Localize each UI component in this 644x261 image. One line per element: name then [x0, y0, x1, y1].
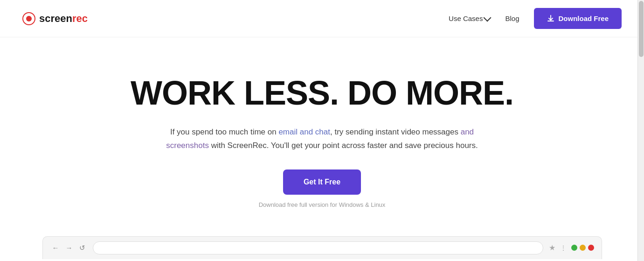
- navbar: screenrec Use Cases Blog Download Free: [0, 0, 644, 37]
- window-maximize-button[interactable]: [571, 245, 577, 251]
- scrollbar[interactable]: [637, 0, 644, 261]
- hero-title: WORK LESS. DO MORE.: [131, 75, 513, 112]
- browser-menu-icon[interactable]: ⋮: [560, 244, 567, 252]
- browser-star-icon[interactable]: ★: [549, 243, 555, 252]
- browser-right-controls: ★ ⋮: [549, 243, 594, 252]
- hero-subtitle: If you spend too much time on email and …: [159, 126, 485, 153]
- nav-use-cases[interactable]: Use Cases: [449, 14, 490, 22]
- download-icon: [547, 15, 554, 22]
- browser-window-controls: [571, 245, 594, 251]
- browser-back-button[interactable]: ←: [50, 243, 61, 253]
- get-it-free-button[interactable]: Get It Free: [283, 169, 361, 195]
- hero-cta-note: Download free full version for Windows &…: [259, 201, 386, 208]
- nav-blog[interactable]: Blog: [505, 14, 519, 22]
- scrollbar-thumb[interactable]: [639, 1, 644, 57]
- browser-mock: ← → ↺ ★ ⋮: [42, 236, 602, 259]
- svg-point-1: [26, 16, 32, 21]
- hero-section: WORK LESS. DO MORE. If you spend too muc…: [0, 37, 644, 236]
- download-free-button[interactable]: Download Free: [534, 8, 622, 29]
- chevron-down-icon: [484, 14, 492, 22]
- logo-icon: [22, 12, 35, 25]
- browser-arrows: ← → ↺: [50, 243, 87, 253]
- browser-forward-button[interactable]: →: [64, 243, 75, 253]
- window-minimize-button[interactable]: [580, 245, 586, 251]
- browser-refresh-button[interactable]: ↺: [77, 243, 87, 253]
- nav-right: Use Cases Blog Download Free: [449, 8, 622, 29]
- logo-rec-text: rec: [72, 13, 88, 24]
- logo[interactable]: screenrec: [22, 12, 88, 25]
- window-close-button[interactable]: [588, 245, 594, 251]
- browser-address-bar[interactable]: [93, 241, 543, 254]
- subtitle-highlight-email: email and chat: [278, 127, 330, 136]
- logo-screen-text: screen: [39, 13, 72, 24]
